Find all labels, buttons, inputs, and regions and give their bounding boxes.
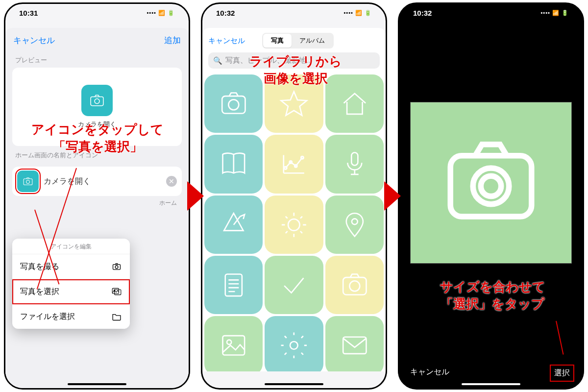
segmented-control: 写真 アルバム [262, 33, 334, 49]
pin-icon [339, 209, 371, 241]
chart-icon [278, 148, 310, 180]
add-to-home-sheet: キャンセル 追加 プレビュー カメラを開く ホーム画面の名前とアイコン カメラを… [5, 28, 189, 390]
phone-screen-2: 10:32 •••• 📶 🔋 キャンセル 写真 アルバム 🔍 写真、ピープル、撮… [201, 2, 387, 390]
camera-icon [339, 269, 371, 301]
photo-icon [111, 286, 122, 297]
status-icons: •••• 📶 🔋 [343, 9, 372, 17]
preview-icon[interactable] [81, 85, 113, 116]
photo-tile[interactable] [265, 196, 323, 254]
tab-photos[interactable]: 写真 [263, 34, 292, 48]
camera-icon [218, 88, 250, 120]
popup-choose-file[interactable]: ファイルを選択 [12, 304, 130, 329]
photo-tile[interactable] [265, 256, 323, 314]
photo-tile[interactable] [265, 74, 323, 133]
search-input[interactable]: 🔍 写真、ピープル、撮影地... [208, 52, 380, 69]
popup-take-photo[interactable]: 写真を撮る [12, 254, 130, 279]
search-icon: 🔍 [213, 56, 222, 65]
folder-icon [111, 311, 122, 322]
mic-icon [339, 148, 371, 180]
preview-label: プレビュー [5, 51, 189, 68]
name-field[interactable]: カメラを開く [44, 176, 161, 187]
crop-frame [410, 102, 572, 264]
image-icon [218, 329, 250, 362]
status-icons: •••• 📶 🔋 [540, 9, 569, 17]
select-button[interactable]: 選択 [552, 367, 572, 379]
photo-tile[interactable] [204, 196, 263, 254]
icon-button[interactable] [17, 171, 39, 192]
home-icon [339, 88, 371, 120]
status-bar: 10:32 •••• 📶 🔋 [399, 4, 583, 19]
photo-tile[interactable] [265, 316, 323, 371]
status-bar: 10:31 •••• 📶 🔋 [5, 4, 189, 19]
apps-icon [218, 209, 250, 241]
name-row: カメラを開く ✕ [12, 167, 182, 196]
step-arrow-icon [384, 181, 401, 211]
home-indicator [462, 383, 520, 385]
photo-tile[interactable] [325, 316, 384, 371]
popup-choose-photo[interactable]: 写真を選択 [12, 279, 130, 304]
preview-caption: カメラを開く [78, 120, 116, 129]
photo-tile[interactable] [204, 74, 263, 133]
popup-title: アイコンを編集 [12, 239, 130, 254]
camera-icon [22, 175, 34, 188]
tab-albums[interactable]: アルバム [292, 34, 333, 48]
add-button[interactable]: 追加 [164, 35, 181, 46]
cancel-button[interactable]: キャンセル [13, 35, 55, 46]
check-icon [278, 269, 310, 301]
photo-tile[interactable] [204, 256, 263, 314]
photo-tile[interactable] [204, 135, 263, 193]
cancel-button[interactable]: キャンセル [410, 367, 449, 379]
photo-tile[interactable] [325, 74, 384, 133]
camera-icon [88, 91, 106, 110]
photo-tile[interactable] [325, 135, 384, 193]
svg-point-20 [481, 176, 501, 196]
hint-text: ホーム [5, 196, 189, 207]
home-indicator [265, 383, 323, 385]
sun-icon [278, 209, 310, 241]
phone-screen-1: 10:31 •••• 📶 🔋 キャンセル 追加 プレビュー カメラを開く ホーム… [4, 2, 190, 390]
star-icon [278, 88, 310, 120]
photo-grid [202, 73, 386, 371]
book-icon [218, 148, 250, 180]
step-arrow-icon [187, 181, 204, 211]
cancel-button[interactable]: キャンセル [208, 36, 245, 46]
home-indicator [68, 383, 126, 385]
doc-icon [218, 269, 250, 301]
clock: 10:32 [216, 9, 235, 17]
search-placeholder: 写真、ピープル、撮影地... [225, 56, 313, 65]
clear-icon[interactable]: ✕ [166, 176, 177, 187]
photo-tile[interactable] [325, 256, 384, 314]
icon-edit-popup: アイコンを編集 写真を撮る 写真を選択 ファイルを選択 [12, 239, 130, 329]
status-bar: 10:32 •••• 📶 🔋 [202, 4, 386, 19]
crop-area[interactable] [399, 31, 583, 335]
phone-screen-3: 10:32 •••• 📶 🔋 サイズを合わせて 「選択」をタップ キャンセル 選… [398, 2, 584, 390]
clock: 10:31 [19, 9, 38, 17]
photo-tile[interactable] [204, 316, 263, 371]
preview-card: カメラを開く [12, 68, 182, 146]
name-icon-label: ホーム画面の名前とアイコン [5, 146, 189, 163]
photo-tile[interactable] [325, 196, 384, 254]
status-icons: •••• 📶 🔋 [147, 9, 175, 17]
gear-icon [278, 329, 310, 362]
photo-picker-header: キャンセル 写真 アルバム 🔍 写真、ピープル、撮影地... [202, 28, 386, 73]
camera-icon [435, 126, 547, 239]
mail-icon [339, 329, 371, 362]
clock: 10:32 [413, 9, 432, 17]
photo-tile[interactable] [265, 135, 323, 193]
camera-icon [111, 261, 122, 272]
